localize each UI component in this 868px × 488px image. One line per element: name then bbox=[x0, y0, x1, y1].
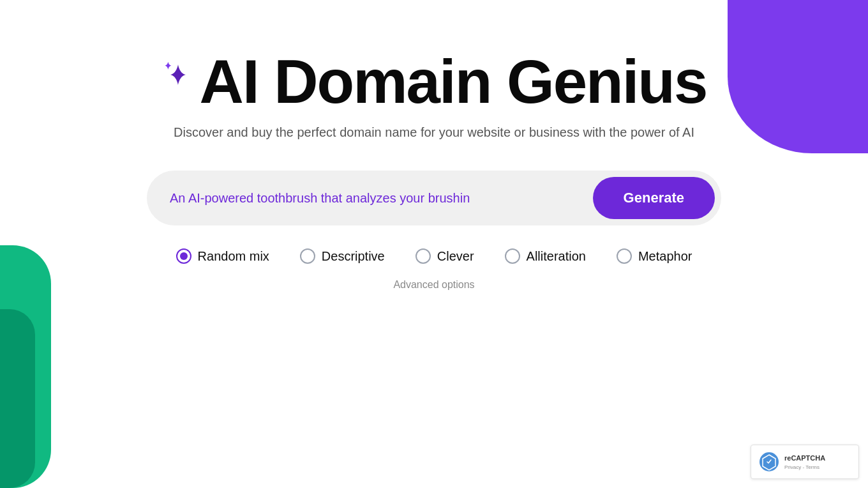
page-title: AI Domain Genius bbox=[200, 51, 707, 112]
radio-descriptive[interactable]: Descriptive bbox=[300, 248, 385, 264]
radio-clever[interactable]: Clever bbox=[415, 248, 474, 264]
recaptcha-badge: reCAPTCHA Privacy - Terms bbox=[751, 445, 859, 479]
title-area: AI Domain Genius bbox=[161, 51, 707, 112]
radio-group: Random mix Descriptive Clever Alliterati… bbox=[176, 248, 692, 264]
sparkle-icon bbox=[161, 62, 195, 95]
radio-circle-alliteration bbox=[505, 248, 520, 264]
radio-random-mix[interactable]: Random mix bbox=[176, 248, 269, 264]
search-input[interactable] bbox=[170, 191, 593, 206]
recaptcha-links: Privacy - Terms bbox=[784, 464, 825, 470]
radio-circle-metaphor bbox=[617, 248, 632, 264]
radio-circle-clever bbox=[415, 248, 431, 264]
recaptcha-title: reCAPTCHA bbox=[784, 454, 825, 463]
radio-label-alliteration: Alliteration bbox=[527, 249, 586, 264]
radio-label-random-mix: Random mix bbox=[198, 249, 269, 264]
subtitle: Discover and buy the perfect domain name… bbox=[174, 125, 694, 140]
radio-label-descriptive: Descriptive bbox=[322, 249, 385, 264]
recaptcha-logo bbox=[759, 452, 779, 472]
radio-label-metaphor: Metaphor bbox=[638, 249, 692, 264]
advanced-options-link[interactable]: Advanced options bbox=[393, 279, 474, 291]
radio-alliteration[interactable]: Alliteration bbox=[505, 248, 586, 264]
radio-circle-random-mix bbox=[176, 248, 191, 264]
radio-circle-descriptive bbox=[300, 248, 315, 264]
radio-label-clever: Clever bbox=[437, 249, 474, 264]
search-bar: Generate bbox=[147, 171, 721, 225]
generate-button[interactable]: Generate bbox=[593, 177, 715, 219]
radio-metaphor[interactable]: Metaphor bbox=[617, 248, 692, 264]
